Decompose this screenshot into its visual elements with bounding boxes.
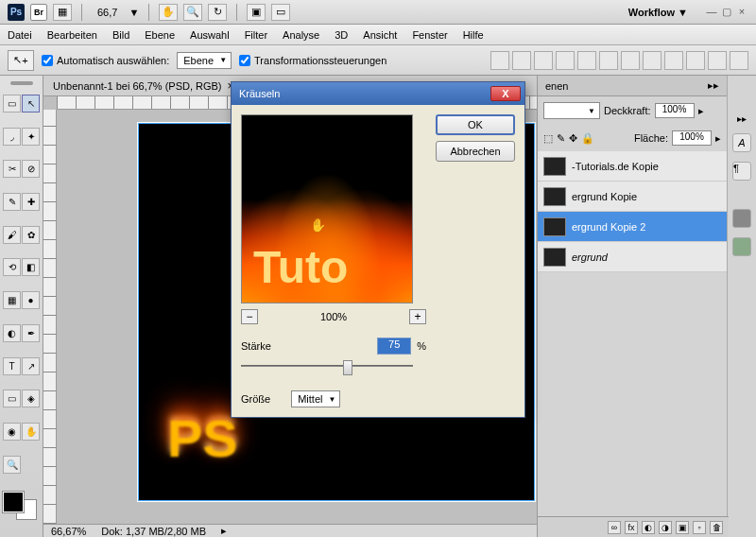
- minimize-button[interactable]: —: [705, 6, 718, 18]
- workflow-menu[interactable]: Workflow ▼: [628, 7, 688, 18]
- zoom-in-button[interactable]: +: [409, 309, 426, 324]
- menu-bearbeiten[interactable]: Bearbeiten: [47, 29, 97, 41]
- layer-row[interactable]: ergrund Kopie 2: [538, 212, 727, 242]
- panel-menu-icon[interactable]: ▸▸: [708, 79, 719, 92]
- path-tool[interactable]: ↗: [22, 357, 40, 375]
- transform-check[interactable]: Transformationssteuerungen: [239, 55, 387, 66]
- bridge-icon[interactable]: Br: [30, 4, 47, 21]
- color-swatch[interactable]: [3, 492, 37, 520]
- layer-row[interactable]: -Tutorials.de Kopie: [538, 151, 727, 182]
- menu-fenster[interactable]: Fenster: [412, 29, 447, 41]
- hand-tool-icon[interactable]: ✋: [159, 4, 178, 21]
- align-icon[interactable]: [621, 51, 640, 70]
- lock-icon[interactable]: ✎: [557, 132, 565, 145]
- panel-icon[interactable]: [732, 237, 751, 256]
- menu-analyse[interactable]: Analyse: [283, 29, 319, 41]
- menu-ansicht[interactable]: Ansicht: [363, 29, 397, 41]
- zoom-out-button[interactable]: −: [241, 309, 258, 324]
- marquee-tool[interactable]: ▭: [3, 95, 21, 113]
- blend-mode-select[interactable]: [543, 102, 600, 119]
- char-panel-icon[interactable]: A: [732, 133, 751, 152]
- zoom-value[interactable]: 66,7: [92, 7, 123, 18]
- eyedropper-tool[interactable]: ✎: [3, 193, 21, 211]
- cancel-button[interactable]: Abbrechen: [436, 141, 515, 162]
- dialog-close-button[interactable]: X: [490, 86, 521, 101]
- align-icon[interactable]: [556, 51, 575, 70]
- filter-preview[interactable]: Tuto ✋: [241, 114, 413, 303]
- folder-icon[interactable]: ▣: [676, 521, 689, 534]
- opacity-input[interactable]: 100%: [655, 103, 695, 118]
- healing-tool[interactable]: ✚: [22, 193, 40, 211]
- lock-icon[interactable]: 🔒: [581, 132, 594, 145]
- dialog-titlebar[interactable]: Kräuseln X: [232, 82, 524, 105]
- ok-button[interactable]: OK: [436, 114, 515, 135]
- lasso-tool[interactable]: ◞: [3, 128, 21, 146]
- layer-row[interactable]: ergrund: [538, 242, 727, 272]
- rotate-icon[interactable]: ↻: [208, 4, 227, 21]
- restore-button[interactable]: ▢: [720, 6, 733, 18]
- align-icon[interactable]: [730, 51, 748, 70]
- menu-datei[interactable]: Datei: [8, 29, 32, 41]
- align-icon[interactable]: [708, 51, 727, 70]
- align-icon[interactable]: [686, 51, 705, 70]
- mask-icon[interactable]: ◐: [642, 521, 655, 534]
- hand-tool[interactable]: ✋: [22, 423, 40, 441]
- menu-bild[interactable]: Bild: [112, 29, 129, 41]
- lock-icon[interactable]: ✥: [569, 132, 577, 145]
- nav-panel-icon[interactable]: [732, 209, 751, 228]
- move-tool-indicator[interactable]: ↖+: [8, 50, 34, 71]
- 3d-tool[interactable]: ◈: [22, 390, 40, 407]
- grid-icon[interactable]: ▣: [247, 4, 266, 21]
- para-panel-icon[interactable]: ¶: [732, 162, 751, 181]
- shape-tool[interactable]: ▭: [3, 390, 21, 407]
- camera-tool[interactable]: ◉: [3, 423, 21, 441]
- zoom-tool[interactable]: 🔍: [3, 456, 21, 474]
- blur-tool[interactable]: ●: [22, 291, 40, 309]
- crop-tool[interactable]: ✂: [3, 160, 21, 178]
- align-icon[interactable]: [512, 51, 531, 70]
- fill-input[interactable]: 100%: [672, 130, 712, 146]
- close-button[interactable]: ×: [735, 6, 748, 18]
- film-icon[interactable]: ▦: [53, 4, 72, 21]
- layer-row[interactable]: ergrund Kopie: [538, 182, 727, 212]
- align-icon[interactable]: [490, 51, 509, 70]
- collapse-icon[interactable]: ▸▸: [737, 113, 747, 124]
- screen-mode-icon[interactable]: ▭: [271, 4, 290, 21]
- layer-select[interactable]: Ebene: [177, 52, 232, 69]
- menu-filter[interactable]: Filter: [245, 29, 267, 41]
- zoom-tool-icon[interactable]: 🔍: [183, 4, 202, 21]
- auto-select-check[interactable]: Automatisch auswählen:: [42, 55, 169, 66]
- strength-slider[interactable]: [241, 358, 413, 373]
- pen-tool[interactable]: ✒: [22, 324, 40, 342]
- menu-auswahl[interactable]: Auswahl: [190, 29, 230, 41]
- lock-icon[interactable]: ⬚: [543, 132, 553, 145]
- wand-tool[interactable]: ✦: [22, 128, 40, 146]
- align-icon[interactable]: [599, 51, 618, 70]
- gradient-tool[interactable]: ▦: [3, 291, 21, 309]
- eraser-tool[interactable]: ◧: [22, 258, 40, 276]
- adj-icon[interactable]: ◑: [659, 521, 672, 534]
- menu-3d[interactable]: 3D: [335, 29, 348, 41]
- new-icon[interactable]: ▫: [693, 521, 706, 534]
- dodge-tool[interactable]: ◐: [3, 324, 21, 342]
- align-icon[interactable]: [577, 51, 596, 70]
- move-tool[interactable]: ↖: [22, 95, 40, 113]
- align-icon[interactable]: [534, 51, 553, 70]
- photoshop-icon[interactable]: Ps: [8, 4, 25, 21]
- status-zoom[interactable]: 66,67%: [51, 526, 86, 537]
- menu-ebene[interactable]: Ebene: [145, 29, 175, 41]
- layers-tab[interactable]: enen: [545, 80, 568, 92]
- slice-tool[interactable]: ⊘: [22, 160, 40, 178]
- brush-tool[interactable]: 🖌: [3, 226, 21, 244]
- strength-input[interactable]: 75: [377, 338, 411, 355]
- stamp-tool[interactable]: ✿: [22, 226, 40, 244]
- size-select[interactable]: Mittel: [291, 390, 340, 407]
- type-tool[interactable]: T: [3, 357, 21, 375]
- menu-hilfe[interactable]: Hilfe: [463, 29, 484, 41]
- history-tool[interactable]: ⟲: [3, 258, 21, 276]
- trash-icon[interactable]: 🗑: [710, 521, 723, 534]
- align-icon[interactable]: [664, 51, 683, 70]
- align-icon[interactable]: [643, 51, 662, 70]
- link-icon[interactable]: ∞: [608, 521, 621, 534]
- fx-icon[interactable]: fx: [625, 521, 638, 534]
